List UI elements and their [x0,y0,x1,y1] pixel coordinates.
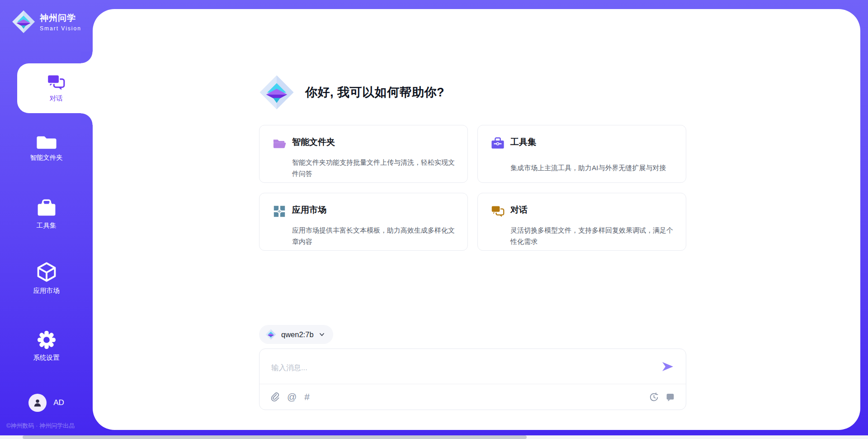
chat-bubbles-icon [47,74,66,91]
sidebar-item-toolset[interactable]: 工具集 [0,199,93,230]
history-button[interactable] [649,392,659,402]
chat-square-icon [665,392,675,402]
attach-file-button[interactable] [270,392,279,402]
card-description: 灵活切换多模型文件，支持多样回复效果调试，满足个性化需求 [510,224,673,251]
sidebar-item-smart-folder[interactable]: 智能文件夹 [0,133,93,162]
card-smart-folder[interactable]: 智能文件夹 智能文件夹功能支持批量文件上传与清洗，轻松实现文件问答 [259,125,468,183]
sidebar-item-label: 智能文件夹 [30,153,63,162]
brand-gem-icon [12,10,35,33]
brand-gem-icon [259,74,294,111]
brand-gem-icon [265,329,276,340]
card-title: 应用市场 [292,204,455,216]
chat-bubbles-icon [491,205,505,218]
card-app-market[interactable]: 应用市场 应用市场提供丰富长文本模板，助力高效生成多样化文章内容 [259,193,468,251]
horizontal-scrollbar [0,435,868,439]
topic-button[interactable]: # [304,391,310,402]
send-button[interactable] [661,360,675,373]
sidebar-item-label: 系统设置 [33,353,60,362]
card-description: 集成市场上主流工具，助力AI与外界无缝扩展与对接 [510,162,673,182]
active-tab-bottom-curve [81,113,93,125]
history-icon [649,392,659,402]
card-toolset[interactable]: 工具集 集成市场上主流工具，助力AI与外界无缝扩展与对接 [477,125,686,183]
composer-toolbar: @ # [259,384,686,410]
card-description: 智能文件夹功能支持批量文件上传与清洗，轻松实现文件问答 [292,157,455,183]
hash-icon: # [304,391,310,402]
person-icon [33,398,42,408]
paperclip-icon [270,392,279,402]
user-account[interactable]: AD [0,394,93,412]
sidebar-item-label: 应用市场 [33,286,60,295]
toolbox-icon [37,199,57,217]
card-description: 应用市场提供丰富长文本模板，助力高效生成多样化文章内容 [292,224,455,251]
greeting-header: 你好, 我可以如何帮助你? [259,74,444,111]
sidebar: 神州问学 Smart Vision 对话 智能文件夹 [0,0,93,439]
chevron-down-icon [319,331,325,338]
folder-open-icon [273,137,286,150]
main-content-panel: 你好, 我可以如何帮助你? 智能文件夹 智能文件夹功能支持批量文件上传与清洗，轻… [93,9,860,430]
sidebar-item-label: 对话 [50,94,63,103]
send-icon [661,360,675,373]
cube-icon [36,262,57,282]
greeting-title: 你好, 我可以如何帮助你? [305,84,444,100]
brand-name: 神州问学 [40,12,81,24]
message-composer: @ # [259,348,686,410]
copyright-text: ©神州数码 · 神州问学出品 [6,422,75,430]
brand-logo: 神州问学 Smart Vision [12,10,81,33]
gear-icon [37,330,56,349]
toolbox-icon [491,137,505,150]
sidebar-item-app-market[interactable]: 应用市场 [0,262,93,295]
sidebar-item-label: 工具集 [37,221,57,230]
grid-box-icon [273,205,286,218]
avatar [28,394,47,412]
message-input[interactable] [271,358,654,377]
at-icon: @ [287,391,297,402]
card-title: 工具集 [510,136,673,148]
folder-icon [37,133,57,149]
card-chat[interactable]: 对话 灵活切换多模型文件，支持多样回复效果调试，满足个性化需求 [477,193,686,251]
card-title: 智能文件夹 [292,136,455,148]
sidebar-item-settings[interactable]: 系统设置 [0,330,93,362]
mention-button[interactable]: @ [287,391,297,402]
conversation-button[interactable] [665,392,675,402]
card-title: 对话 [510,204,673,216]
horizontal-scrollbar-thumb[interactable] [23,435,527,439]
brand-subtitle: Smart Vision [40,25,81,32]
model-selector[interactable]: qwen2:7b [259,325,333,344]
user-name: AD [53,398,64,407]
active-tab-top-curve [81,52,93,63]
sidebar-item-chat[interactable]: 对话 [17,63,95,113]
feature-cards-grid: 智能文件夹 智能文件夹功能支持批量文件上传与清洗，轻松实现文件问答 工具集 集成… [259,125,686,251]
model-selector-label: qwen2:7b [281,330,314,339]
